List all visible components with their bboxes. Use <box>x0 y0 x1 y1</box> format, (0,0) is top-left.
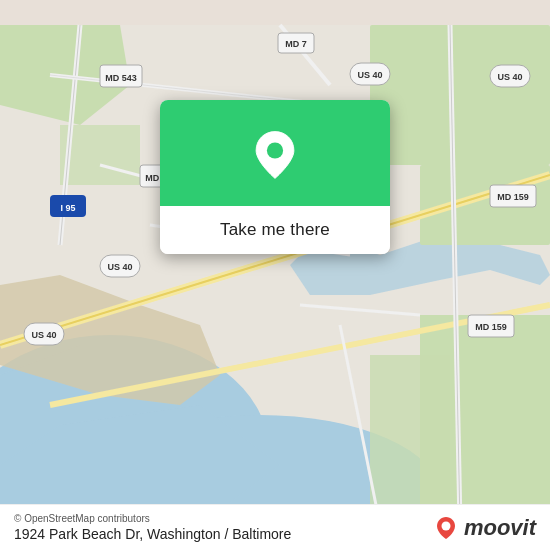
svg-text:US 40: US 40 <box>497 72 522 82</box>
moovit-text: moovit <box>464 515 536 541</box>
popup-icon-area <box>160 100 390 206</box>
svg-text:MD 7: MD 7 <box>285 39 307 49</box>
moovit-logo: moovit <box>432 514 536 542</box>
svg-point-47 <box>267 142 283 158</box>
osm-attribution: © OpenStreetMap contributors <box>14 513 291 524</box>
take-me-there-button[interactable]: Take me there <box>160 206 390 254</box>
map-container: I 95 MD 543 MD 543 MD 7 US 40 US 40 US 4… <box>0 0 550 550</box>
bottom-bar: © OpenStreetMap contributors 1924 Park B… <box>0 504 550 550</box>
popup-card: Take me there <box>160 100 390 254</box>
svg-text:MD 543: MD 543 <box>105 73 137 83</box>
bottom-left-info: © OpenStreetMap contributors 1924 Park B… <box>14 513 291 542</box>
svg-rect-11 <box>370 355 450 525</box>
svg-text:MD 159: MD 159 <box>475 322 507 332</box>
svg-rect-6 <box>370 25 550 165</box>
address-label: 1924 Park Beach Dr, Washington / Baltimo… <box>14 526 291 542</box>
svg-text:US 40: US 40 <box>31 330 56 340</box>
map-background: I 95 MD 543 MD 543 MD 7 US 40 US 40 US 4… <box>0 0 550 550</box>
svg-text:MD 159: MD 159 <box>497 192 529 202</box>
location-pin-icon <box>248 128 302 182</box>
svg-point-48 <box>441 521 450 530</box>
svg-text:US 40: US 40 <box>107 262 132 272</box>
moovit-icon <box>432 514 460 542</box>
svg-text:I 95: I 95 <box>60 203 75 213</box>
svg-text:US 40: US 40 <box>357 70 382 80</box>
